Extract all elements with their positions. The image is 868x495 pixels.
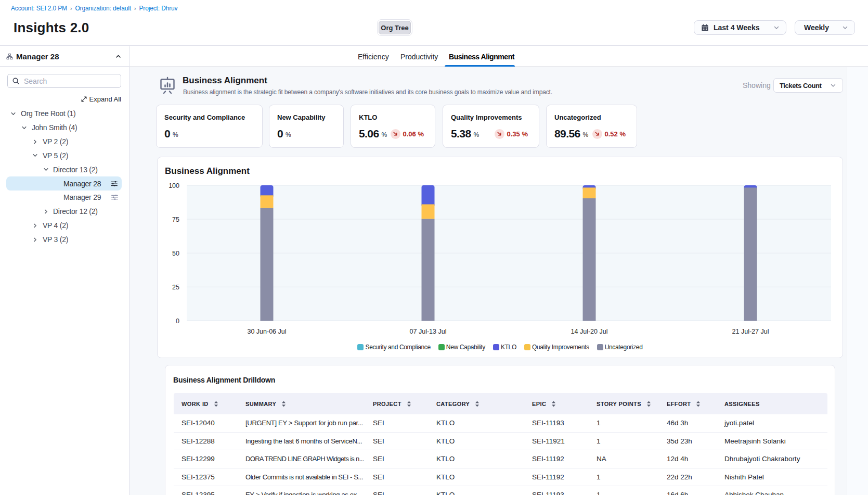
svg-text:50: 50 xyxy=(172,250,179,257)
svg-text:21 Jul-27 Jul: 21 Jul-27 Jul xyxy=(732,328,769,335)
svg-text:30 Jun-06 Jul: 30 Jun-06 Jul xyxy=(247,328,286,335)
svg-text:14 Jul-20 Jul: 14 Jul-20 Jul xyxy=(571,328,608,335)
svg-text:25: 25 xyxy=(172,284,179,291)
svg-text:0: 0 xyxy=(176,318,179,325)
svg-text:100: 100 xyxy=(169,182,179,189)
svg-text:75: 75 xyxy=(172,216,179,223)
svg-text:07 Jul-13 Jul: 07 Jul-13 Jul xyxy=(410,328,447,335)
